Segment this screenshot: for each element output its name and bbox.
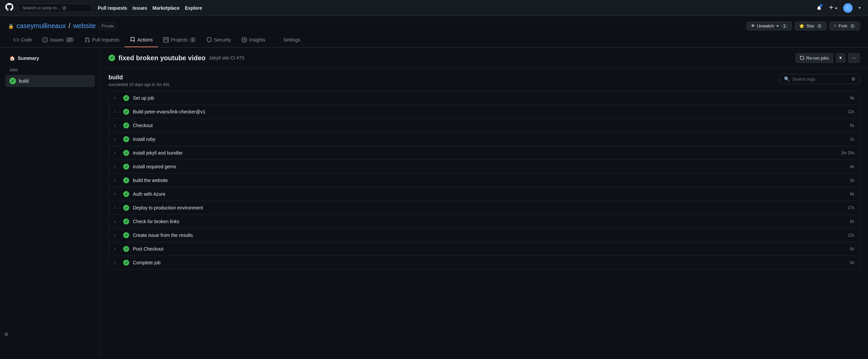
sidebar-summary[interactable]: 🏠 Summary xyxy=(5,53,95,64)
chevron-right-icon: › xyxy=(114,192,120,196)
step-name: Create issue from the results xyxy=(133,232,844,238)
step-row-post-checkout[interactable]: › ✓ Post Checkout 0s xyxy=(109,242,860,256)
step-duration: 9s xyxy=(850,96,854,100)
chevron-right-icon: › xyxy=(114,233,120,237)
repo-title: 🔒 caseymullineaux / website Private xyxy=(8,22,117,30)
create-button[interactable] xyxy=(827,3,839,13)
step-name: Checkout xyxy=(133,123,846,128)
steps-list: › ✓ Set up job 9s › ✓ Build peter-evans/… xyxy=(108,91,860,270)
top-nav: Search or jump to... / Pull requests Iss… xyxy=(0,0,868,16)
github-logo[interactable] xyxy=(5,3,13,13)
private-badge: Private xyxy=(98,23,117,29)
step-name: Deploy to production environment xyxy=(133,205,844,210)
search-logs-bar: 🔍 ⚙ xyxy=(780,74,860,84)
step-name: Auth with Azure xyxy=(133,191,846,197)
unwatch-label: Unwatch xyxy=(757,24,774,28)
build-title: build xyxy=(108,74,169,81)
tab-issues[interactable]: Issues 37 xyxy=(37,34,79,47)
step-status-icon: ✓ xyxy=(123,204,129,211)
step-row-check-links[interactable]: › ✓ Check for broken links 8s xyxy=(109,215,860,229)
step-name: install jekyll and bundler xyxy=(133,150,838,156)
nav-pull-requests[interactable]: Pull requests xyxy=(98,5,127,11)
step-status-icon: ✓ xyxy=(123,218,129,225)
top-nav-right: C ▼ xyxy=(815,3,863,13)
lock-icon: 🔒 xyxy=(8,24,14,29)
rerun-jobs-button[interactable]: Re-run jobs xyxy=(795,53,833,63)
chevron-right-icon: › xyxy=(114,151,120,155)
sidebar-job-build[interactable]: ✓ build xyxy=(5,75,95,87)
step-status-icon: ✓ xyxy=(123,259,129,266)
avatar-dropdown[interactable]: ▼ xyxy=(857,5,863,11)
fork-button[interactable]: ⑂ Fork 0 xyxy=(830,22,860,30)
search-bar[interactable]: Search or jump to... / xyxy=(19,4,92,12)
step-row-install-ruby[interactable]: › ✓ install ruby 2s xyxy=(109,132,860,146)
step-row-build-link-checker[interactable]: › ✓ Build peter-evans/link-checker@v1 12… xyxy=(109,105,860,119)
repo-owner-link[interactable]: caseymullineaux xyxy=(17,22,66,30)
chevron-down-icon xyxy=(776,25,779,28)
fork-count: 0 xyxy=(849,24,856,28)
search-logs-settings-button[interactable]: ⚙ xyxy=(851,76,856,81)
tab-settings[interactable]: Settings xyxy=(271,34,306,47)
star-count: 0 xyxy=(816,24,823,28)
step-name: install ruby xyxy=(133,136,846,142)
step-duration: 8s xyxy=(850,192,854,196)
nav-explore[interactable]: Explore xyxy=(185,5,202,11)
repo-name-link[interactable]: website xyxy=(73,22,96,30)
unwatch-count: 1 xyxy=(781,24,788,28)
step-status-icon: ✓ xyxy=(123,150,129,156)
step-row-deploy[interactable]: › ✓ Deploy to production environment 17s xyxy=(109,201,860,215)
nav-marketplace[interactable]: Marketplace xyxy=(153,5,180,11)
build-section: build succeeded 16 days ago in 3m 45s 🔍 … xyxy=(100,69,868,275)
jobs-label: Jobs xyxy=(5,66,95,74)
content-area: ✓ fixed broken youtube video Jekyll site… xyxy=(100,47,868,359)
more-options-button[interactable]: ··· xyxy=(848,53,860,63)
chevron-right-icon: › xyxy=(114,178,120,183)
tab-insights[interactable]: Insights xyxy=(236,34,271,47)
rerun-dropdown-button[interactable]: ▼ xyxy=(836,53,845,63)
step-row-set-up-job[interactable]: › ✓ Set up job 9s xyxy=(109,91,860,105)
avatar[interactable]: C xyxy=(843,3,852,13)
notifications-button[interactable] xyxy=(815,3,823,13)
workflow-subtitle: Jekyll site CI #70 xyxy=(209,55,244,61)
workflow-title-text: fixed broken youtube video xyxy=(119,54,206,62)
step-row-build-website[interactable]: › ✓ build the website 3s xyxy=(109,174,860,187)
repo-header: 🔒 caseymullineaux / website Private 👁 Un… xyxy=(0,16,868,47)
tab-code[interactable]: Code xyxy=(8,34,37,47)
home-icon: 🏠 xyxy=(9,56,15,61)
step-row-install-gems[interactable]: › ✓ install required gems 4s xyxy=(109,160,860,174)
chevron-right-icon: › xyxy=(114,219,120,224)
step-status-icon: ✓ xyxy=(123,246,129,252)
tab-actions[interactable]: Actions xyxy=(125,34,158,47)
step-status-icon: ✓ xyxy=(123,191,129,197)
step-duration: 0s xyxy=(850,247,854,251)
tab-security[interactable]: Security xyxy=(201,34,236,47)
search-logs-input[interactable] xyxy=(792,77,848,81)
nav-issues[interactable]: Issues xyxy=(132,5,147,11)
step-duration: 12s xyxy=(848,109,854,114)
step-duration: 2s xyxy=(850,137,854,141)
top-nav-links: Pull requests Issues Marketplace Explore xyxy=(98,5,810,11)
notification-badge xyxy=(820,4,823,7)
step-row-auth-azure[interactable]: › ✓ Auth with Azure 8s xyxy=(109,187,860,201)
repo-actions: 👁 Unwatch 1 ⭐ Star 0 ⑂ Fork 0 xyxy=(746,22,860,30)
build-job-label: build xyxy=(19,78,29,84)
step-row-install-jekyll[interactable]: › ✓ install jekyll and bundler 2m 25s xyxy=(109,146,860,160)
step-row-create-issue[interactable]: › ✓ Create issue from the results 12s xyxy=(109,229,860,242)
issues-count: 37 xyxy=(66,37,74,42)
workflow-title-bar: ✓ fixed broken youtube video Jekyll site… xyxy=(100,47,868,69)
unwatch-button[interactable]: 👁 Unwatch 1 xyxy=(746,22,792,30)
tab-projects[interactable]: Projects 1 xyxy=(158,34,201,47)
eye-icon: 👁 xyxy=(751,24,755,28)
step-row-checkout[interactable]: › ✓ Checkout 5s xyxy=(109,119,860,132)
fork-icon: ⑂ xyxy=(834,24,837,28)
step-status-icon: ✓ xyxy=(123,122,129,129)
rerun-label: Re-run jobs xyxy=(806,56,829,61)
close-panel-button[interactable]: ✕ xyxy=(3,330,10,339)
star-button[interactable]: ⭐ Star 0 xyxy=(795,22,827,30)
chevron-right-icon: › xyxy=(114,109,120,114)
step-status-icon: ✓ xyxy=(123,232,129,238)
separator: / xyxy=(69,22,71,30)
sidebar: 🏠 Summary Jobs ✓ build xyxy=(0,47,100,359)
tab-pull-requests[interactable]: Pull requests xyxy=(79,34,125,47)
step-row-complete-job[interactable]: › ✓ Complete job 0s xyxy=(109,256,860,269)
